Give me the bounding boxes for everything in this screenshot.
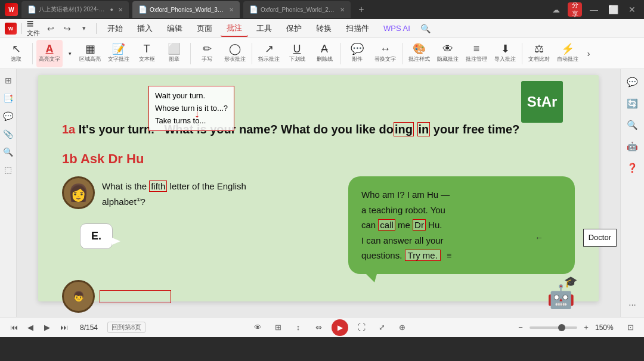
view-spread-button[interactable]: ⇔ (311, 320, 326, 335)
sidebar-layers-icon[interactable]: ⬚ (2, 163, 15, 176)
zoom-out-button[interactable]: − (514, 321, 527, 334)
chevron-right-icon: › (587, 49, 590, 58)
go-to-page-button[interactable]: 回到第8页 (107, 322, 145, 333)
answer-bubble: E. (80, 223, 113, 249)
select-tool-button[interactable]: ↖ 选取 (4, 40, 29, 67)
last-page-button[interactable]: ⏭ (57, 321, 70, 334)
menu-separator (21, 23, 22, 34)
close-button[interactable]: ✕ (625, 2, 639, 17)
section-1a-num: 1a (62, 123, 75, 136)
right-icon-rotate[interactable]: 🔄 (624, 95, 641, 112)
annot-sep-6 (522, 43, 522, 64)
indicate-button[interactable]: ↗ 指示批注 (256, 40, 282, 67)
more-button[interactable]: › (583, 40, 594, 67)
menu-protect[interactable]: 保护 (280, 21, 308, 36)
share-button[interactable]: 分享 (568, 2, 582, 17)
draw-button[interactable]: ✏ 手写 (194, 40, 219, 67)
sidebar-thumbnail-icon[interactable]: ⊞ (2, 74, 15, 87)
textbox-icon: T (144, 43, 150, 54)
q-fifth-highlight: fifth (149, 181, 167, 192)
note-icon-button[interactable]: 💬 附件 (345, 40, 370, 67)
search-button[interactable]: 🔍 (419, 21, 433, 36)
tab-close-3[interactable]: ✕ (340, 7, 345, 13)
first-page-button[interactable]: ⏮ (7, 321, 20, 334)
tab-close-2[interactable]: ✕ (229, 7, 234, 13)
history-button[interactable]: ▾ (77, 21, 91, 36)
compare-button[interactable]: ⚖ 文档比对 (526, 40, 552, 67)
strikethrough-button[interactable]: A 删除线 (312, 40, 337, 67)
auto-button[interactable]: ⚡ 自动批注 (555, 40, 581, 67)
menu-insert[interactable]: 插入 (131, 21, 159, 36)
view-expand-button[interactable]: ⤢ (374, 320, 389, 335)
right-icon-help[interactable]: ❓ (624, 160, 641, 176)
cloud-button[interactable]: ☁ (549, 2, 563, 17)
text-note-icon: 📝 (112, 43, 125, 54)
menu-scan[interactable]: 扫描件 (340, 21, 375, 36)
replace-button[interactable]: ↔ 替换文字 (372, 40, 398, 67)
textbox-button[interactable]: T 文本框 (134, 40, 159, 67)
answer-area: E. (68, 223, 336, 249)
text-note-button[interactable]: 📝 文字批注 (106, 40, 132, 67)
area-highlight-button[interactable]: ▦ 区域高亮 (77, 40, 103, 67)
face-icon: 👩 (68, 183, 89, 203)
zoom-slider[interactable] (530, 326, 577, 329)
sidebar-attachment-icon[interactable]: 📎 (2, 127, 15, 141)
app-logo: W (5, 23, 17, 35)
stamp-button[interactable]: ⬜ 图章 (162, 40, 187, 67)
speech-dr-highlight: Dr (413, 219, 426, 231)
underline-icon: U (293, 43, 301, 54)
menu-start[interactable]: 开始 (101, 21, 129, 36)
main-area: ⊞ 📑 💬 📎 🔍 ⬚ Wait your turn. Whose turn i… (0, 69, 644, 317)
play-button[interactable]: ▶ (332, 319, 348, 336)
view-single-button[interactable]: 👁 (250, 320, 265, 335)
student-avatar: 👩 (62, 176, 95, 209)
tab-document1[interactable]: 📄 八上英语教材(1) 2024-8-19 ● ✕ (21, 1, 129, 18)
right-icon-zoom[interactable]: 🔍 (624, 117, 641, 133)
next-page-button[interactable]: ▶ (41, 321, 54, 334)
view-fullscreen-button[interactable]: ⛶ (354, 320, 369, 335)
menu-annotate[interactable]: 批注 (221, 20, 248, 37)
menu-convert[interactable]: 转换 (310, 21, 338, 36)
right-icon-annotate[interactable]: 💬 (624, 74, 641, 91)
format-button[interactable]: 🎨 批注样式 (406, 40, 432, 67)
tab-document3[interactable]: 📄 Oxford_Phonics_World_2_SB.pdf ✕ (243, 1, 351, 18)
q-text-after: letter of the English (167, 181, 246, 191)
chevron-down-icon: ▾ (69, 51, 72, 57)
minimize-button[interactable]: — (587, 2, 601, 17)
menu-tools[interactable]: 工具 (250, 21, 278, 36)
menu-file-icon[interactable]: ☰ 文件 (27, 21, 41, 36)
hide-button[interactable]: 👁 隐藏批注 (435, 40, 461, 67)
manage-button[interactable]: ≡ 批注管理 (463, 40, 490, 67)
menu-wps-ai[interactable]: WPS AI (377, 21, 416, 35)
menu-edit[interactable]: 编辑 (161, 21, 188, 36)
pdf-content: Wait your turn. Whose turn is it to...? … (17, 69, 620, 317)
right-icon-more[interactable]: ··· (624, 295, 641, 312)
zoom-in-button[interactable]: + (580, 321, 593, 334)
format-icon: 🎨 (413, 43, 426, 54)
speech-line-4: I can answer all your (361, 235, 444, 245)
prev-page-button[interactable]: ◀ (24, 321, 37, 334)
view-scroll-button[interactable]: ↕ (291, 320, 305, 335)
sidebar-search-icon[interactable]: 🔍 (2, 145, 15, 158)
right-icon-ai[interactable]: 🤖 (624, 138, 641, 155)
view-more-button[interactable]: ⊕ (395, 320, 409, 335)
underline-button[interactable]: U 下划线 (284, 40, 309, 67)
shape-button[interactable]: ◯ 形状批注 (222, 40, 248, 67)
view-grid-button[interactable]: ⊞ (271, 320, 285, 335)
restore-button[interactable]: ⬜ (606, 2, 620, 17)
redo-button[interactable]: ↪ (60, 21, 75, 36)
sidebar-bookmark-icon[interactable]: 📑 (2, 92, 15, 105)
menu-page[interactable]: 页面 (191, 21, 218, 36)
highlight-tool-button[interactable]: A 高亮文字 (36, 40, 63, 67)
import-button[interactable]: ⬇ 导入批注 (492, 40, 518, 67)
undo-button[interactable]: ↩ (44, 21, 58, 36)
add-tab-button[interactable]: + (354, 2, 369, 17)
tab-close-1[interactable]: ✕ (118, 7, 123, 13)
fit-page-button[interactable]: ⊡ (624, 321, 637, 334)
sidebar-comment-icon[interactable]: 💬 (2, 110, 15, 123)
annot-sep-3 (252, 43, 252, 64)
highlight-style-button[interactable]: ▾ (65, 40, 75, 67)
speech-line-3b: me (395, 220, 413, 230)
strikethrough-icon: A (321, 43, 328, 54)
tab-document2[interactable]: 📄 Oxford_Phonics_World_3_SB.pdf ✕ (132, 1, 240, 18)
